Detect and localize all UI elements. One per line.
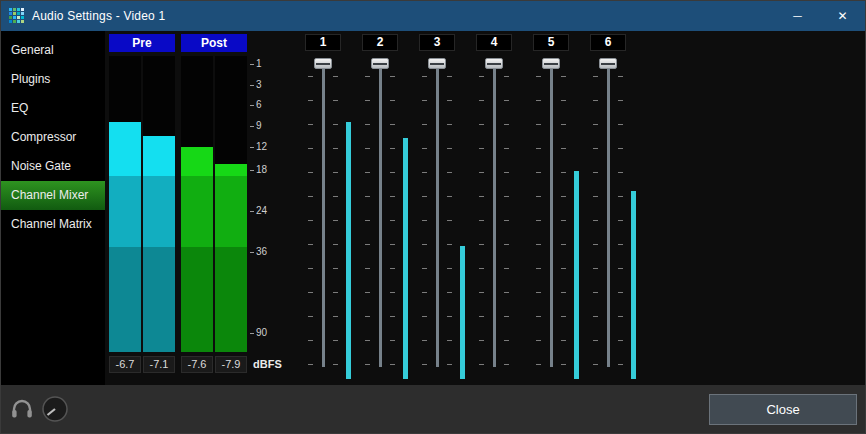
fader-tick — [593, 316, 598, 317]
fader-tick — [390, 340, 395, 341]
channel-fader-handle-1[interactable] — [314, 58, 332, 69]
scale-tick — [250, 147, 254, 148]
sidebar-item-plugins[interactable]: Plugins — [1, 65, 105, 94]
fader-handle-line — [430, 63, 444, 65]
fader-tick — [593, 292, 598, 293]
fader-tick — [504, 196, 509, 197]
fader-tick — [618, 340, 623, 341]
fader-tick — [333, 124, 338, 125]
fader-tick — [308, 148, 313, 149]
fader-tick — [479, 316, 484, 317]
fader-tick — [504, 316, 509, 317]
scale-tick-label: 6 — [256, 99, 262, 111]
channel-header-6: 6 — [590, 34, 626, 51]
fader-tick — [308, 364, 313, 365]
fader-tick — [618, 364, 623, 365]
channel-fader-track-2[interactable] — [379, 63, 382, 367]
fader-tick — [447, 76, 452, 77]
fader-tick — [593, 148, 598, 149]
fader-tick — [447, 268, 452, 269]
sidebar-item-general[interactable]: General — [1, 36, 105, 65]
fader-tick — [308, 76, 313, 77]
fader-tick — [365, 244, 370, 245]
fader-tick — [365, 100, 370, 101]
fader-tick — [536, 148, 541, 149]
close-window-button[interactable]: ✕ — [820, 1, 865, 31]
fader-tick — [618, 100, 623, 101]
fader-tick — [618, 244, 623, 245]
fader-tick — [479, 172, 484, 173]
sidebar-item-noise-gate[interactable]: Noise Gate — [1, 152, 105, 181]
fader-tick — [536, 76, 541, 77]
channel-fader-track-1[interactable] — [322, 63, 325, 367]
fader-tick — [390, 220, 395, 221]
close-button[interactable]: Close — [709, 394, 857, 425]
fader-tick — [365, 268, 370, 269]
fader-tick — [333, 316, 338, 317]
fader-tick — [593, 100, 598, 101]
channel-fader-handle-3[interactable] — [428, 58, 446, 69]
fader-tick — [479, 244, 484, 245]
fader-tick — [479, 148, 484, 149]
fader-tick — [504, 340, 509, 341]
level-meter-post-1 — [181, 56, 213, 352]
fader-tick — [479, 76, 484, 77]
sidebar-item-channel-matrix[interactable]: Channel Matrix — [1, 210, 105, 239]
fader-tick — [561, 148, 566, 149]
scale-tick — [250, 64, 254, 65]
minimize-button[interactable]: ─ — [775, 1, 820, 31]
fader-tick — [479, 196, 484, 197]
fader-tick — [536, 268, 541, 269]
channel-level-meter-6 — [631, 191, 636, 379]
fader-tick — [333, 148, 338, 149]
fader-tick — [593, 244, 598, 245]
headphones-icon[interactable] — [11, 399, 33, 419]
channel-fader-handle-5[interactable] — [542, 58, 560, 69]
channel-fader-handle-6[interactable] — [599, 58, 617, 69]
fader-tick — [447, 364, 452, 365]
channel-level-meter-1 — [346, 122, 351, 379]
meter-fill-segment — [143, 176, 175, 247]
fader-tick — [479, 100, 484, 101]
fader-tick — [422, 316, 427, 317]
fader-tick — [504, 172, 509, 173]
fader-tick — [365, 220, 370, 221]
titlebar[interactable]: Audio Settings - Video 1 ─ ✕ — [1, 1, 865, 31]
channel-header-1: 1 — [305, 34, 341, 51]
fader-tick — [308, 124, 313, 125]
fader-tick — [422, 196, 427, 197]
channel-fader-track-4[interactable] — [493, 63, 496, 367]
fader-tick — [390, 148, 395, 149]
scale-tick-label: 12 — [256, 141, 267, 153]
fader-tick — [536, 340, 541, 341]
fader-tick — [536, 124, 541, 125]
fader-tick — [479, 124, 484, 125]
fader-tick — [561, 340, 566, 341]
meter-fill-segment — [143, 136, 175, 176]
fader-tick — [308, 340, 313, 341]
channel-fader-handle-4[interactable] — [485, 58, 503, 69]
fader-tick — [504, 268, 509, 269]
fader-tick — [447, 124, 452, 125]
channel-fader-handle-2[interactable] — [371, 58, 389, 69]
fader-tick — [561, 172, 566, 173]
channel-fader-track-5[interactable] — [550, 63, 553, 367]
sidebar-item-compressor[interactable]: Compressor — [1, 123, 105, 152]
meter-unit-label: dBFS — [253, 356, 282, 373]
fader-tick — [390, 316, 395, 317]
fader-tick — [479, 292, 484, 293]
sidebar-item-eq[interactable]: EQ — [1, 94, 105, 123]
fader-tick — [618, 76, 623, 77]
sidebar-item-channel-mixer[interactable]: Channel Mixer — [1, 181, 105, 210]
fader-handle-line — [601, 63, 615, 65]
fader-tick — [447, 292, 452, 293]
headphone-volume-knob[interactable] — [41, 395, 69, 423]
channel-fader-track-6[interactable] — [607, 63, 610, 367]
scale-tick-label: 90 — [256, 327, 267, 339]
fader-tick — [479, 268, 484, 269]
fader-tick — [479, 220, 484, 221]
fader-tick — [365, 340, 370, 341]
fader-tick — [447, 220, 452, 221]
channel-fader-track-3[interactable] — [436, 63, 439, 367]
fader-tick — [333, 244, 338, 245]
